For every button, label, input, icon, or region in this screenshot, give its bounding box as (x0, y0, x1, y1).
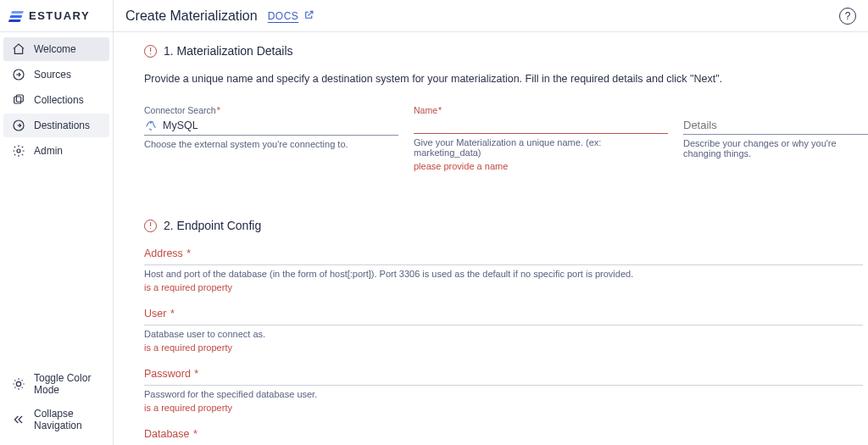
content: 1. Materialization Details Provide a uni… (114, 32, 868, 445)
output-icon (12, 119, 25, 132)
sidebar-item-sources[interactable]: Sources (3, 63, 109, 86)
name-label: Name* (414, 105, 668, 115)
endpoint-address-field[interactable]: Address * Host and port of the database … (144, 248, 868, 292)
required-star: * (184, 248, 191, 259)
connector-search-input[interactable] (163, 120, 398, 131)
endpoint-password-error: is a required property (144, 403, 863, 413)
svg-point-5 (16, 381, 20, 386)
main: Create Materialization DOCS ? 1. Materia… (114, 0, 868, 445)
sidebar-item-welcome[interactable]: Welcome (3, 37, 109, 61)
details-field: x Describe your changes or why you're ch… (683, 105, 868, 171)
name-field: Name* Give your Materialization a unique… (414, 105, 668, 171)
section-2-heading: 2. Endpoint Config (144, 219, 868, 232)
topbar: Create Materialization DOCS ? (114, 0, 868, 32)
details-input[interactable] (683, 119, 868, 131)
section-1-desc: Provide a unique name and specify a dest… (144, 73, 868, 85)
svg-point-4 (17, 149, 20, 153)
required-star: * (192, 368, 198, 380)
section-1-title: 1. Materialization Details (164, 44, 293, 58)
endpoint-user-field[interactable]: User * Database user to connect as. is a… (144, 308, 868, 353)
error-circle-icon (144, 45, 157, 58)
sidebar-item-collections[interactable]: Collections (3, 88, 109, 112)
svg-rect-1 (14, 97, 21, 103)
home-icon (12, 42, 25, 56)
endpoint-user-desc: Database user to connect as. (144, 329, 863, 339)
error-circle-icon (144, 220, 157, 232)
mysql-icon (144, 119, 158, 132)
sidebar-item-label: Welcome (34, 43, 76, 55)
collapse-navigation-label: Collapse Navigation (34, 408, 101, 431)
details-form-row: Connector Search* Choose the external sy… (144, 105, 868, 171)
page-title: Create Materialization (125, 8, 258, 24)
svg-point-6 (150, 122, 151, 123)
sidebar-item-label: Admin (34, 145, 63, 157)
connector-label: Connector Search* (144, 105, 398, 115)
endpoint-database-label: Database * (144, 428, 863, 445)
details-helper: Describe your changes or why you're chan… (683, 138, 868, 159)
toggle-color-mode-label: Toggle Color Mode (34, 372, 101, 396)
sidebar: ESTUARY Welcome Sources Collections (0, 0, 114, 445)
sidebar-item-destinations[interactable]: Destinations (3, 114, 109, 137)
sidebar-footer: Toggle Color Mode Collapse Navigation (0, 362, 113, 445)
required-star: * (438, 105, 442, 115)
section-1-heading: 1. Materialization Details (144, 44, 868, 58)
details-input-wrapper[interactable] (683, 117, 868, 135)
name-input[interactable] (414, 119, 668, 131)
sidebar-item-label: Collections (34, 94, 84, 106)
sun-icon (12, 377, 25, 391)
help-icon: ? (845, 10, 851, 22)
sidebar-item-label: Destinations (34, 120, 90, 131)
section-2: 2. Endpoint Config Address * Host and po… (144, 219, 868, 445)
endpoint-user-label: User * (144, 308, 863, 325)
name-error: please provide a name (414, 161, 668, 171)
endpoint-password-field[interactable]: Password * Password for the specified da… (144, 368, 868, 413)
required-star: * (191, 428, 198, 440)
endpoint-address-label: Address * (144, 248, 863, 265)
brand-logo-icon (8, 9, 25, 23)
external-link-icon (303, 9, 314, 23)
endpoint-password-label: Password * (144, 368, 863, 386)
required-star: * (167, 308, 174, 320)
endpoint-address-desc: Host and port of the database (in the fo… (144, 269, 863, 279)
input-icon (12, 68, 25, 81)
svg-rect-2 (16, 95, 23, 102)
docs-link-label: DOCS (268, 10, 299, 22)
sidebar-item-label: Sources (34, 69, 71, 81)
connector-input-wrapper[interactable] (144, 117, 398, 136)
required-star: * (217, 105, 220, 115)
name-helper: Give your Materialization a unique name.… (414, 137, 668, 158)
sidebar-item-admin[interactable]: Admin (3, 139, 109, 163)
sidebar-nav: Welcome Sources Collections Destinations (0, 32, 113, 362)
connector-helper: Choose the external system you're connec… (144, 139, 398, 149)
toggle-color-mode-button[interactable]: Toggle Color Mode (3, 367, 109, 401)
brand: ESTUARY (0, 0, 113, 32)
docs-link[interactable]: DOCS (268, 9, 315, 23)
name-input-wrapper[interactable] (414, 117, 668, 134)
endpoint-user-error: is a required property (144, 342, 863, 353)
endpoint-address-error: is a required property (144, 282, 863, 292)
help-button[interactable]: ? (839, 8, 856, 25)
collapse-icon (12, 413, 25, 426)
gear-icon (12, 144, 25, 158)
endpoint-database-field[interactable]: Database * Name of the logical database … (144, 428, 868, 445)
collapse-navigation-button[interactable]: Collapse Navigation (3, 403, 109, 437)
section-2-title: 2. Endpoint Config (164, 219, 261, 232)
collection-icon (12, 93, 25, 107)
connector-field: Connector Search* Choose the external sy… (144, 105, 398, 171)
brand-name: ESTUARY (29, 9, 90, 22)
endpoint-password-desc: Password for the specified database user… (144, 389, 863, 399)
